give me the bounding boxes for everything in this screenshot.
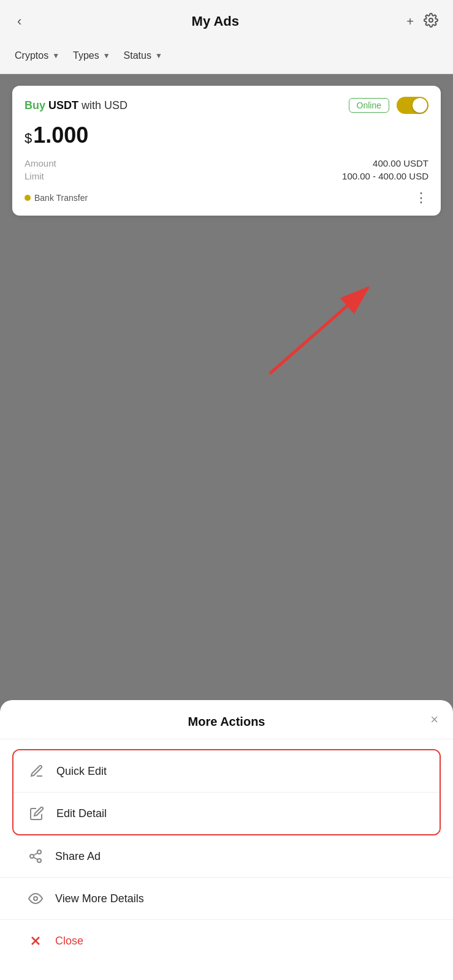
chevron-down-icon: ▼ — [103, 51, 110, 60]
amount-label: Amount — [25, 158, 56, 168]
ad-card: Buy USDT with USD Online $1.000 Amount 4… — [12, 86, 441, 216]
payment-badge: Bank Transfer — [25, 193, 88, 203]
ad-card-wrapper: Buy USDT with USD Online $1.000 Amount 4… — [12, 86, 441, 216]
header-right: + — [406, 13, 438, 31]
more-options-button[interactable]: ⋮ — [414, 190, 428, 206]
svg-point-3 — [37, 850, 41, 854]
filter-cryptos-label: Cryptos — [15, 50, 48, 61]
edit-pencil-icon — [28, 764, 45, 778]
edit-box-icon — [28, 806, 45, 821]
filter-types[interactable]: Types ▼ — [70, 47, 121, 65]
price-symbol: $ — [25, 130, 32, 146]
amount-value: 400.00 USDT — [373, 158, 428, 168]
svg-point-0 — [429, 18, 433, 22]
close-action-button[interactable]: Close — [0, 920, 453, 962]
with-text: with — [82, 99, 104, 111]
header: ‹ My Ads + — [0, 0, 453, 40]
buy-label: Buy — [25, 99, 45, 111]
highlighted-action-group: Quick Edit Edit Detail — [12, 749, 441, 835]
bottom-sheet-title: More Actions — [188, 715, 265, 729]
share-ad-label: Share Ad — [55, 850, 101, 863]
share-ad-button[interactable]: Share Ad — [0, 835, 453, 878]
back-button[interactable]: ‹ — [15, 11, 24, 32]
close-sheet-button[interactable]: × — [430, 712, 438, 728]
svg-point-4 — [30, 854, 34, 858]
close-icon — [27, 933, 44, 948]
ad-card-right: Online — [349, 97, 428, 114]
ad-title: Buy USDT with USD — [25, 99, 128, 112]
filter-cryptos[interactable]: Cryptos ▼ — [12, 47, 70, 65]
settings-button[interactable] — [424, 13, 438, 31]
amount-row: Amount 400.00 USDT — [25, 158, 428, 168]
view-more-button[interactable]: View More Details — [0, 878, 453, 920]
quick-edit-label: Quick Edit — [56, 765, 107, 778]
svg-point-8 — [34, 897, 37, 900]
svg-line-7 — [34, 853, 38, 856]
top-area: ‹ My Ads + Cryptos ▼ Types ▼ Status ▼ — [0, 0, 453, 74]
ad-price: $1.000 — [25, 123, 428, 148]
eye-icon — [27, 891, 44, 906]
add-button[interactable]: + — [406, 15, 414, 29]
bottom-sheet-header: More Actions × — [0, 700, 453, 739]
filter-types-label: Types — [73, 50, 99, 61]
quick-edit-button[interactable]: Quick Edit — [13, 750, 440, 793]
ad-toggle[interactable] — [397, 97, 428, 114]
bank-dot-icon — [25, 195, 31, 201]
limit-label: Limit — [25, 171, 44, 181]
edit-detail-button[interactable]: Edit Detail — [13, 793, 440, 834]
page-title: My Ads — [192, 13, 239, 29]
ad-details: Amount 400.00 USDT Limit 100.00 - 400.00… — [25, 158, 428, 181]
ad-card-footer: Bank Transfer ⋮ — [25, 190, 428, 206]
price-value: 1.000 — [33, 123, 88, 148]
chevron-down-icon: ▼ — [155, 51, 162, 60]
share-icon — [27, 849, 44, 864]
crypto-label: USDT — [48, 99, 78, 111]
svg-line-6 — [34, 858, 38, 860]
status-badge: Online — [349, 98, 389, 113]
close-label: Close — [55, 935, 83, 948]
chevron-down-icon: ▼ — [52, 51, 59, 60]
currency-label: USD — [104, 99, 128, 111]
header-left: ‹ — [15, 11, 24, 32]
payment-method: Bank Transfer — [34, 193, 88, 203]
svg-point-5 — [37, 859, 41, 862]
ad-card-header: Buy USDT with USD Online — [25, 97, 428, 114]
limit-row: Limit 100.00 - 400.00 USD — [25, 171, 428, 181]
bottom-sheet: More Actions × Quick Edit Edit Detail — [0, 700, 453, 980]
filter-status-label: Status — [124, 50, 151, 61]
limit-value: 100.00 - 400.00 USD — [342, 171, 428, 181]
filter-status[interactable]: Status ▼ — [121, 47, 173, 65]
toggle-thumb — [413, 98, 427, 113]
edit-detail-label: Edit Detail — [56, 807, 107, 820]
filter-bar: Cryptos ▼ Types ▼ Status ▼ — [0, 40, 453, 74]
view-more-label: View More Details — [55, 892, 144, 905]
